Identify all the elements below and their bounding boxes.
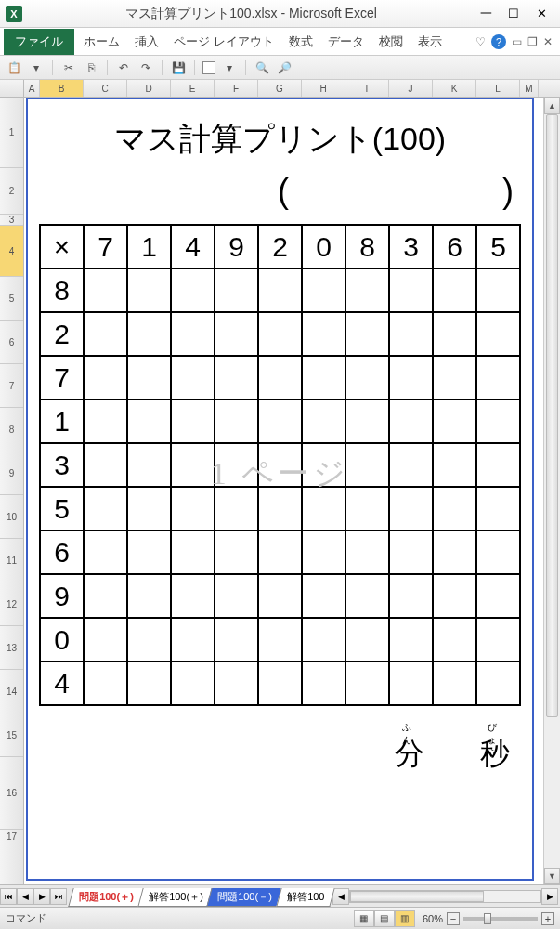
answer-cell[interactable]: [84, 268, 127, 312]
minimize-button[interactable]: 一: [473, 5, 499, 23]
answer-cell[interactable]: [345, 399, 389, 443]
answer-cell[interactable]: [302, 312, 345, 356]
select-all-corner[interactable]: [0, 80, 24, 97]
answer-cell[interactable]: [476, 312, 520, 356]
answer-cell[interactable]: [84, 618, 127, 661]
ribbon-view[interactable]: 表示: [412, 30, 448, 54]
answer-cell[interactable]: [389, 661, 433, 705]
row-header-10[interactable]: 10: [0, 495, 23, 539]
answer-cell[interactable]: [215, 661, 258, 705]
answer-cell[interactable]: [433, 574, 476, 618]
answer-cell[interactable]: [215, 312, 258, 356]
save-icon[interactable]: 💾: [170, 59, 187, 76]
answer-cell[interactable]: [345, 487, 389, 530]
column-header-E[interactable]: E: [171, 80, 215, 97]
answer-cell[interactable]: [215, 574, 258, 618]
col-factor[interactable]: 0: [302, 225, 345, 268]
row-header-2[interactable]: 2: [0, 168, 23, 215]
vscroll-thumb[interactable]: [546, 114, 558, 717]
answer-cell[interactable]: [389, 268, 433, 312]
scroll-left-icon[interactable]: ◀: [332, 888, 349, 905]
answer-cell[interactable]: [171, 268, 215, 312]
answer-cell[interactable]: [258, 356, 302, 399]
row-header-4[interactable]: 4: [0, 226, 23, 277]
zoom-thumb[interactable]: [484, 913, 491, 924]
normal-view-icon[interactable]: ▦: [354, 910, 374, 927]
column-header-G[interactable]: G: [258, 80, 302, 97]
close-button[interactable]: ✕: [528, 5, 554, 23]
answer-cell[interactable]: [171, 399, 215, 443]
answer-cell[interactable]: [433, 661, 476, 705]
answer-cell[interactable]: [171, 618, 215, 661]
answer-cell[interactable]: [302, 268, 345, 312]
answer-cell[interactable]: [84, 443, 127, 487]
answer-cell[interactable]: [171, 312, 215, 356]
answer-cell[interactable]: [258, 574, 302, 618]
zoom-in-icon[interactable]: 🔎: [276, 59, 293, 76]
answer-cell[interactable]: [345, 443, 389, 487]
answer-cell[interactable]: [345, 530, 389, 574]
answer-cell[interactable]: [389, 618, 433, 661]
answer-cell[interactable]: [84, 399, 127, 443]
answer-cell[interactable]: [345, 312, 389, 356]
answer-cell[interactable]: [476, 661, 520, 705]
row-header-1[interactable]: 1: [0, 98, 23, 168]
answer-cell[interactable]: [127, 618, 171, 661]
answer-cell[interactable]: [345, 618, 389, 661]
answer-cell[interactable]: [258, 530, 302, 574]
answer-cell[interactable]: [345, 356, 389, 399]
answer-cell[interactable]: [433, 618, 476, 661]
answer-cell[interactable]: [345, 268, 389, 312]
answer-cell[interactable]: [389, 487, 433, 530]
ribbon-page-layout[interactable]: ページ レイアウト: [168, 30, 280, 54]
answer-cell[interactable]: [84, 574, 127, 618]
operator-cell[interactable]: ×: [40, 225, 84, 268]
minimize-ribbon-icon[interactable]: ▭: [512, 35, 522, 48]
answer-cell[interactable]: [389, 399, 433, 443]
sheet-tab[interactable]: 問題100(＋): [68, 888, 144, 907]
answer-cell[interactable]: [171, 530, 215, 574]
answer-cell[interactable]: [258, 268, 302, 312]
answer-cell[interactable]: [127, 399, 171, 443]
answer-cell[interactable]: [258, 661, 302, 705]
answer-cell[interactable]: [433, 312, 476, 356]
answer-cell[interactable]: [127, 530, 171, 574]
answer-cell[interactable]: [171, 356, 215, 399]
row-header-16[interactable]: 16: [0, 757, 23, 830]
col-factor[interactable]: 8: [345, 225, 389, 268]
column-header-D[interactable]: D: [127, 80, 171, 97]
column-header-C[interactable]: C: [84, 80, 127, 97]
scroll-right-icon[interactable]: ▶: [541, 888, 558, 905]
row-factor[interactable]: 7: [40, 356, 84, 399]
horizontal-scrollbar[interactable]: ◀ ▶: [332, 888, 558, 905]
answer-cell[interactable]: [302, 487, 345, 530]
column-header-L[interactable]: L: [476, 80, 520, 97]
close-doc-icon[interactable]: ✕: [543, 35, 553, 48]
answer-cell[interactable]: [84, 530, 127, 574]
row-header-8[interactable]: 8: [0, 408, 23, 451]
paste-icon[interactable]: 📋: [6, 59, 22, 76]
answer-cell[interactable]: [433, 530, 476, 574]
col-factor[interactable]: 6: [433, 225, 476, 268]
column-header-A[interactable]: A: [24, 80, 40, 97]
row-header-15[interactable]: 15: [0, 713, 23, 757]
ribbon-formulas[interactable]: 数式: [283, 30, 319, 54]
answer-cell[interactable]: [302, 574, 345, 618]
answer-cell[interactable]: [258, 487, 302, 530]
col-factor[interactable]: 1: [127, 225, 171, 268]
answer-cell[interactable]: [258, 312, 302, 356]
hscroll-thumb[interactable]: [350, 891, 483, 902]
multiplication-grid[interactable]: ×71492083658271356904: [39, 224, 521, 706]
col-factor[interactable]: 5: [476, 225, 520, 268]
answer-cell[interactable]: [171, 443, 215, 487]
answer-cell[interactable]: [345, 574, 389, 618]
row-header-11[interactable]: 11: [0, 539, 23, 582]
sheet-tab[interactable]: 問題100(－): [207, 888, 283, 907]
answer-cell[interactable]: [84, 661, 127, 705]
row-factor[interactable]: 6: [40, 530, 84, 574]
answer-cell[interactable]: [127, 487, 171, 530]
answer-cell[interactable]: [302, 443, 345, 487]
row-header-7[interactable]: 7: [0, 364, 23, 408]
col-factor[interactable]: 2: [258, 225, 302, 268]
tab-prev-icon[interactable]: ◀: [17, 888, 33, 905]
